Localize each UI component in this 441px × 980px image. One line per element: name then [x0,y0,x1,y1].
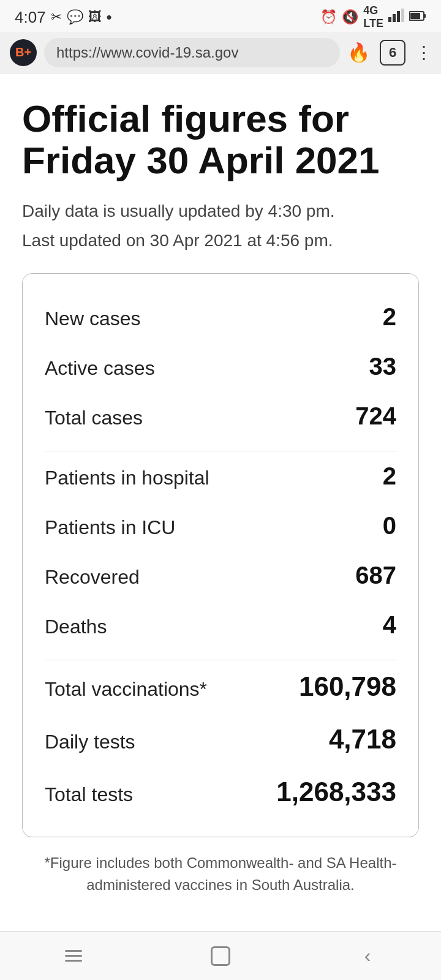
total-cases-value: 724 [355,402,396,430]
svg-rect-0 [388,17,391,22]
status-bar: 4:07 ✂ 💬 🖼 • ⏰ 🔇 4GLTE [0,0,441,32]
patients-hospital-row: Patients in hospital 2 [45,451,396,501]
nav-back-button[interactable]: ‹ [343,938,392,974]
active-cases-label: Active cases [45,357,155,380]
back-arrow-icon: ‹ [364,944,371,967]
browser-chrome: B+ https://www.covid-19.sa.gov 🔥 6 ⋮ [0,32,441,74]
deaths-label: Deaths [45,616,107,638]
svg-rect-6 [410,13,420,19]
time-display: 4:07 [15,8,46,27]
active-cases-row: Active cases 33 [45,342,396,391]
brave-rewards-icon[interactable]: 🔥 [347,42,370,63]
daily-tests-row: Daily tests 4,718 [45,713,396,766]
update-note-2: Last updated on 30 Apr 2021 at 4:56 pm. [22,228,419,254]
deaths-value: 4 [383,611,396,639]
battery-icon [409,9,426,25]
patients-hospital-value: 2 [383,462,396,490]
browser-actions: 🔥 6 ⋮ [347,40,431,66]
new-cases-row: New cases 2 [45,292,396,342]
svg-rect-2 [397,11,400,22]
mute-icon: 🔇 [342,9,358,25]
vaccinations-row: Total vaccinations* 160,798 [45,660,396,713]
url-bar[interactable]: https://www.covid-19.sa.gov [44,38,340,67]
footnote-text: *Figure includes both Commonwealth- and … [22,852,419,896]
total-tests-value: 1,268,333 [276,777,396,807]
tab-count-badge[interactable]: 6 [380,40,405,66]
patients-hospital-label: Patients in hospital [45,467,209,489]
svg-rect-1 [393,14,396,22]
alarm-icon: ⏰ [320,9,337,25]
deaths-row: Deaths 4 [45,600,396,650]
active-cases-value: 33 [369,353,397,380]
stats-card: New cases 2 Active cases 33 Total cases … [22,273,419,837]
main-content: Official figures for Friday 30 April 202… [0,74,441,914]
call-icon: ✂ [51,9,62,25]
vaccinations-label: Total vaccinations* [45,678,207,701]
update-note-1: Daily data is usually updated by 4:30 pm… [22,198,419,224]
daily-tests-label: Daily tests [45,731,135,753]
patients-icu-value: 0 [383,512,396,540]
new-cases-value: 2 [383,303,396,331]
image-icon: 🖼 [88,9,102,25]
patients-icu-row: Patients in ICU 0 [45,501,396,551]
recovered-value: 687 [355,562,396,589]
brave-logo[interactable]: B+ [10,39,37,66]
new-cases-label: New cases [45,307,141,330]
patients-icu-label: Patients in ICU [45,516,175,539]
msg-icon: 💬 [67,9,83,25]
total-cases-label: Total cases [45,407,143,429]
total-tests-row: Total tests 1,268,333 [45,766,396,818]
page-title: Official figures for Friday 30 April 202… [22,98,419,181]
nav-recent-button[interactable] [49,938,98,974]
dot-indicator: • [107,8,112,27]
nav-home-button[interactable] [196,938,245,974]
bottom-nav-bar: ‹ [0,931,441,980]
vaccinations-value: 160,798 [299,671,396,702]
total-cases-row: Total cases 724 [45,391,396,441]
status-time-area: 4:07 ✂ 💬 🖼 • [15,8,112,27]
signal-bars-icon [388,9,404,26]
daily-tests-value: 4,718 [329,724,396,755]
recovered-row: Recovered 687 [45,551,396,600]
recovered-label: Recovered [45,566,140,589]
overflow-menu-icon[interactable]: ⋮ [415,42,431,62]
svg-rect-3 [401,9,404,22]
total-tests-label: Total tests [45,783,133,806]
svg-rect-5 [424,14,426,18]
status-icons-right: ⏰ 🔇 4GLTE [320,4,426,30]
signal-type: 4GLTE [363,4,383,30]
